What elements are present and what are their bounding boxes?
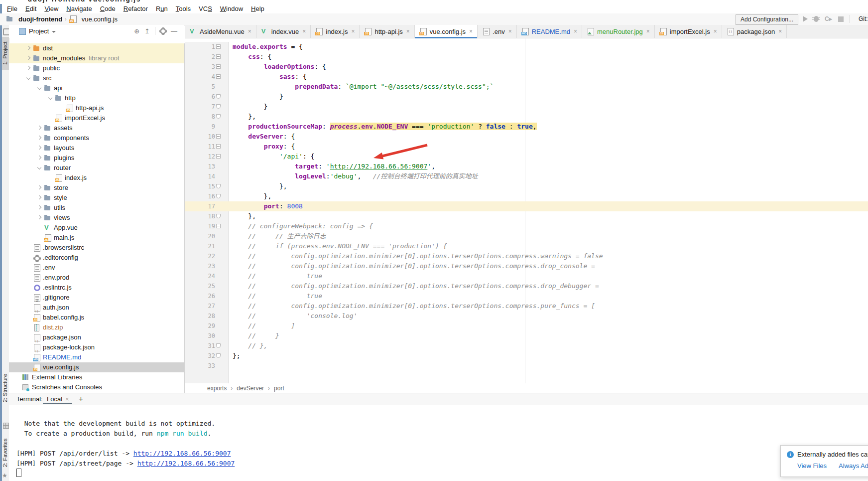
tree-item-http-api-js[interactable]: JShttp-api.js (9, 103, 184, 113)
grid-icon[interactable] (3, 423, 9, 429)
coverage-icon[interactable]: C▸ (825, 15, 832, 22)
chevron-right-icon[interactable] (36, 144, 44, 152)
tree-item-package-lock-json[interactable]: package-lock.json (9, 342, 184, 352)
add-configuration-button[interactable]: Add Configuration... (736, 14, 798, 25)
menu-item-edit[interactable]: Edit (21, 4, 40, 13)
chevron-right-icon[interactable] (36, 204, 44, 212)
fold-marker[interactable] (216, 134, 221, 139)
tree-item-env[interactable]: .env (9, 263, 184, 273)
tree-item-browserslistrc[interactable]: .browserslistrc (9, 243, 184, 253)
chevron-right-icon[interactable] (36, 124, 44, 132)
tree-item-node-modules[interactable]: node_moduleslibrary root (9, 53, 184, 63)
star-icon[interactable]: ★ (2, 472, 7, 479)
breadcrumb-item-port[interactable]: port (274, 385, 284, 392)
tree-item-style[interactable]: style (9, 193, 184, 203)
tool-window-tab-favorites[interactable]: 2: Favorites (2, 432, 9, 474)
tool-window-tab-project[interactable]: 1: Project (2, 37, 9, 70)
chevron-right-icon[interactable] (36, 134, 44, 142)
menu-item-tools[interactable]: Tools (172, 4, 195, 13)
locate-file-icon[interactable]: ⊕ (134, 27, 139, 35)
tab-close-icon[interactable]: × (778, 28, 782, 35)
tree-item-public[interactable]: public (9, 63, 184, 73)
tab-close-icon[interactable]: × (646, 28, 650, 35)
tab-close-icon[interactable]: × (574, 28, 577, 35)
tree-item-vue-config-js[interactable]: JSvue.config.js (9, 362, 184, 372)
chevron-down-icon[interactable] (47, 94, 55, 102)
fold-marker[interactable] (216, 194, 221, 198)
editor-tab-env[interactable]: .env× (478, 25, 517, 38)
menu-item-file[interactable]: File (3, 4, 21, 13)
stop-icon[interactable] (838, 16, 844, 22)
tree-item-http[interactable]: http (9, 93, 184, 103)
tree-item-babel-config-js[interactable]: JSbabel.config.js (9, 313, 184, 322)
tree-item-dist[interactable]: dist (9, 43, 184, 53)
menu-item-navigate[interactable]: Navigate (62, 4, 96, 13)
tree-item-assets[interactable]: assets (9, 123, 184, 133)
fold-marker[interactable] (216, 224, 221, 228)
editor-tab-asidemenu-vue[interactable]: VAsideMenu.vue× (185, 25, 256, 38)
chevron-right-icon[interactable] (36, 194, 44, 202)
project-panel-title[interactable]: Project (29, 27, 49, 35)
menu-item-view[interactable]: View (40, 4, 62, 13)
editor-tab-http-api-js[interactable]: JShttp-api.js× (360, 25, 414, 38)
editor-tab-index-vue[interactable]: Vindex.vue× (256, 25, 311, 38)
tree-item-env-prod[interactable]: .env.prod (9, 273, 184, 283)
terminal-output[interactable]: Note that the development build is not o… (9, 405, 868, 481)
fold-marker[interactable] (216, 74, 221, 79)
chevron-down-icon[interactable] (52, 31, 56, 33)
editor-tab-readme-md[interactable]: MDREADME.md× (517, 25, 582, 38)
tree-item-layouts[interactable]: layouts (9, 143, 184, 153)
editor-tab-vue-config-js[interactable]: JSvue.config.js× (415, 25, 478, 38)
tree-item-scratches-and-consoles[interactable]: Scratches and Consoles (9, 382, 184, 392)
chevron-down-icon[interactable] (25, 74, 33, 82)
fold-marker[interactable] (216, 144, 221, 149)
chevron-right-icon[interactable] (25, 54, 33, 62)
breadcrumb-project[interactable]: duoji-frontend (18, 15, 62, 23)
tab-close-icon[interactable]: × (351, 28, 355, 35)
tab-close-icon[interactable]: × (469, 28, 473, 35)
breadcrumb-item-exports[interactable]: exports (207, 385, 227, 392)
tab-close-icon[interactable]: × (302, 28, 306, 35)
fold-marker[interactable] (216, 154, 221, 159)
run-icon[interactable] (803, 16, 808, 22)
fold-marker[interactable] (216, 114, 221, 119)
chevron-right-icon[interactable] (25, 44, 33, 52)
tree-item-eslintrc-js[interactable]: .eslintrc.js (9, 283, 184, 293)
tab-close-icon[interactable]: × (714, 28, 717, 35)
terminal-cursor[interactable] (16, 469, 21, 477)
fold-marker[interactable] (216, 184, 221, 188)
chevron-down-icon[interactable] (36, 84, 44, 92)
tree-item-store[interactable]: store (9, 183, 184, 193)
close-icon[interactable]: × (65, 395, 69, 403)
debug-icon[interactable] (814, 16, 819, 22)
tree-item-editorconfig[interactable]: .editorconfig (9, 253, 184, 263)
tree-item-app-vue[interactable]: VApp.vue (9, 223, 184, 233)
menu-item-window[interactable]: Window (216, 4, 247, 13)
hide-panel-icon[interactable]: — (171, 27, 177, 35)
tree-item-views[interactable]: views (9, 213, 184, 223)
breadcrumb-item-devserver[interactable]: devServer (237, 385, 264, 392)
git-label[interactable]: Git: (859, 15, 868, 22)
menu-item-run[interactable]: Run (152, 4, 172, 13)
tree-item-gitignore[interactable]: .gitignore (9, 293, 184, 303)
fold-marker[interactable] (216, 343, 221, 348)
tree-item-external-libraries[interactable]: External Libraries (9, 372, 184, 382)
chevron-right-icon[interactable] (25, 64, 33, 72)
terminal-tab-local[interactable]: Local× (43, 393, 72, 404)
menu-item-help[interactable]: Help (247, 4, 268, 13)
tree-item-router[interactable]: router (9, 163, 184, 173)
terminal-link[interactable]: http://192.168.66.56:9007 (137, 460, 235, 467)
fold-marker[interactable] (216, 104, 221, 109)
collapse-all-icon[interactable]: ↥ (144, 27, 150, 35)
tree-item-importexcel-js[interactable]: JSimportExcel.js (9, 113, 184, 123)
gear-icon[interactable] (160, 28, 166, 34)
tree-item-components[interactable]: components (9, 133, 184, 143)
tree-item-dist-zip[interactable]: dist.zip (9, 322, 184, 332)
fold-marker[interactable] (216, 54, 221, 59)
tree-item-utils[interactable]: utils (9, 203, 184, 213)
tab-close-icon[interactable]: × (508, 28, 512, 35)
tree-item-plugins[interactable]: plugins (9, 153, 184, 163)
menu-item-vcs[interactable]: VCS (195, 4, 216, 13)
editor-tab-menurouter-jpg[interactable]: menuRouter.jpg× (582, 25, 655, 38)
fold-marker[interactable] (216, 353, 221, 358)
